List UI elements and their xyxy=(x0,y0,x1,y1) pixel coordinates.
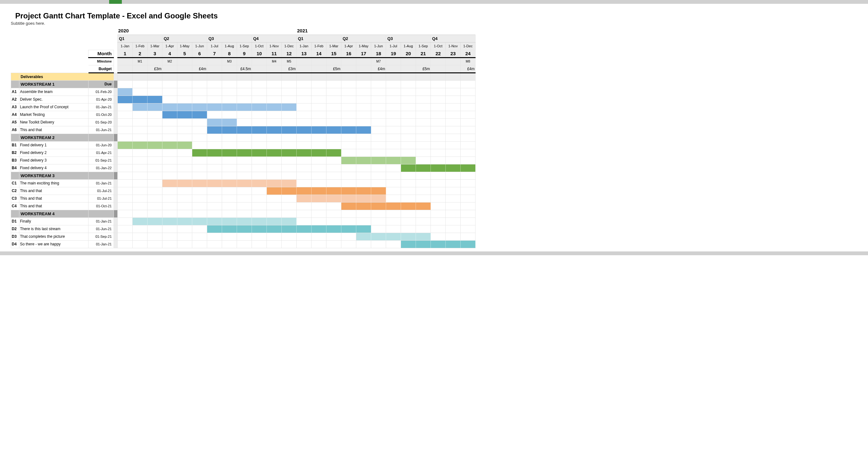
gantt-bar-segment[interactable] xyxy=(327,225,341,233)
gantt-bar-segment[interactable] xyxy=(297,225,312,233)
gantt-bar-segment[interactable] xyxy=(282,217,297,225)
gantt-bar-segment[interactable] xyxy=(192,217,207,225)
gantt-bar-segment[interactable] xyxy=(207,179,222,187)
gantt-bar-segment[interactable] xyxy=(431,164,446,172)
gantt-bar-segment[interactable] xyxy=(327,187,341,195)
gantt-bar-segment[interactable] xyxy=(282,225,297,233)
gantt-bar-segment[interactable] xyxy=(282,149,297,156)
gantt-bar-segment[interactable] xyxy=(341,195,356,202)
gantt-bar-segment[interactable] xyxy=(237,126,252,134)
gantt-bar-segment[interactable] xyxy=(177,217,192,225)
gantt-bar-segment[interactable] xyxy=(371,233,386,240)
gantt-bar-segment[interactable] xyxy=(401,240,416,248)
gantt-bar-segment[interactable] xyxy=(327,149,341,156)
gantt-bar-segment[interactable] xyxy=(237,225,252,233)
gantt-bar-segment[interactable] xyxy=(386,233,401,240)
gantt-bar-segment[interactable] xyxy=(312,149,327,156)
gantt-bar-segment[interactable] xyxy=(446,164,461,172)
gantt-bar-segment[interactable] xyxy=(431,240,446,248)
gantt-bar-segment[interactable] xyxy=(416,233,431,240)
gantt-bar-segment[interactable] xyxy=(252,103,267,111)
gantt-bar-segment[interactable] xyxy=(371,195,386,202)
gantt-bar-segment[interactable] xyxy=(192,179,207,187)
gantt-bar-segment[interactable] xyxy=(162,217,177,225)
gantt-bar-segment[interactable] xyxy=(461,164,475,172)
gantt-bar-segment[interactable] xyxy=(222,126,237,134)
gantt-bar-segment[interactable] xyxy=(312,126,327,134)
gantt-bar-segment[interactable] xyxy=(461,240,475,248)
gantt-bar-segment[interactable] xyxy=(341,187,356,195)
gantt-bar-segment[interactable] xyxy=(267,126,282,134)
gantt-bar-segment[interactable] xyxy=(207,126,222,134)
gantt-bar-segment[interactable] xyxy=(222,103,237,111)
gantt-bar-segment[interactable] xyxy=(401,202,416,210)
gantt-bar-segment[interactable] xyxy=(222,118,237,126)
gantt-bar-segment[interactable] xyxy=(267,103,282,111)
gantt-bar-segment[interactable] xyxy=(177,103,192,111)
gantt-bar-segment[interactable] xyxy=(401,156,416,164)
gantt-bar-segment[interactable] xyxy=(118,95,133,103)
gantt-bar-segment[interactable] xyxy=(267,149,282,156)
gantt-bar-segment[interactable] xyxy=(222,179,237,187)
gantt-bar-segment[interactable] xyxy=(341,225,356,233)
gantt-bar-segment[interactable] xyxy=(356,187,371,195)
gantt-bar-segment[interactable] xyxy=(371,187,386,195)
gantt-bar-segment[interactable] xyxy=(282,126,297,134)
gantt-bar-segment[interactable] xyxy=(327,195,341,202)
gantt-bar-segment[interactable] xyxy=(162,103,177,111)
gantt-bar-segment[interactable] xyxy=(148,95,162,103)
gantt-bar-segment[interactable] xyxy=(148,103,162,111)
gantt-bar-segment[interactable] xyxy=(356,126,371,134)
gantt-bar-segment[interactable] xyxy=(356,202,371,210)
gantt-bar-segment[interactable] xyxy=(222,225,237,233)
gantt-bar-segment[interactable] xyxy=(177,111,192,118)
gantt-bar-segment[interactable] xyxy=(118,141,133,149)
gantt-bar-segment[interactable] xyxy=(192,111,207,118)
gantt-bar-segment[interactable] xyxy=(133,103,148,111)
gantt-bar-segment[interactable] xyxy=(282,103,297,111)
gantt-bar-segment[interactable] xyxy=(133,95,148,103)
gantt-bar-segment[interactable] xyxy=(162,179,177,187)
gantt-bar-segment[interactable] xyxy=(282,187,297,195)
gantt-bar-segment[interactable] xyxy=(401,164,416,172)
gantt-bar-segment[interactable] xyxy=(252,149,267,156)
gantt-bar-segment[interactable] xyxy=(416,240,431,248)
gantt-bar-segment[interactable] xyxy=(222,217,237,225)
gantt-bar-segment[interactable] xyxy=(341,126,356,134)
gantt-bar-segment[interactable] xyxy=(118,88,133,95)
gantt-bar-segment[interactable] xyxy=(267,179,282,187)
gantt-bar-segment[interactable] xyxy=(133,141,148,149)
gantt-bar-segment[interactable] xyxy=(237,103,252,111)
gantt-bar-segment[interactable] xyxy=(282,179,297,187)
gantt-bar-segment[interactable] xyxy=(386,156,401,164)
gantt-bar-segment[interactable] xyxy=(267,187,282,195)
gantt-bar-segment[interactable] xyxy=(401,233,416,240)
gantt-bar-segment[interactable] xyxy=(177,141,192,149)
gantt-bar-segment[interactable] xyxy=(237,179,252,187)
gantt-bar-segment[interactable] xyxy=(267,225,282,233)
gantt-bar-segment[interactable] xyxy=(327,126,341,134)
gantt-bar-segment[interactable] xyxy=(133,217,148,225)
gantt-bar-segment[interactable] xyxy=(207,225,222,233)
gantt-bar-segment[interactable] xyxy=(252,217,267,225)
gantt-bar-segment[interactable] xyxy=(148,217,162,225)
gantt-bar-segment[interactable] xyxy=(356,225,371,233)
gantt-bar-segment[interactable] xyxy=(192,103,207,111)
gantt-bar-segment[interactable] xyxy=(297,195,312,202)
gantt-bar-segment[interactable] xyxy=(371,156,386,164)
gantt-bar-segment[interactable] xyxy=(267,217,282,225)
gantt-bar-segment[interactable] xyxy=(297,187,312,195)
gantt-bar-segment[interactable] xyxy=(297,126,312,134)
gantt-bar-segment[interactable] xyxy=(371,202,386,210)
gantt-bar-segment[interactable] xyxy=(312,195,327,202)
gantt-bar-segment[interactable] xyxy=(207,217,222,225)
gantt-bar-segment[interactable] xyxy=(341,202,356,210)
gantt-bar-segment[interactable] xyxy=(356,156,371,164)
gantt-table[interactable]: 20202021Q1Q2Q3Q4Q1Q2Q3Q41-Jan1-Feb1-Mar1… xyxy=(11,27,475,248)
gantt-bar-segment[interactable] xyxy=(162,141,177,149)
gantt-bar-segment[interactable] xyxy=(356,233,371,240)
gantt-bar-segment[interactable] xyxy=(207,118,222,126)
gantt-bar-segment[interactable] xyxy=(222,149,237,156)
gantt-bar-segment[interactable] xyxy=(177,179,192,187)
gantt-bar-segment[interactable] xyxy=(192,149,207,156)
